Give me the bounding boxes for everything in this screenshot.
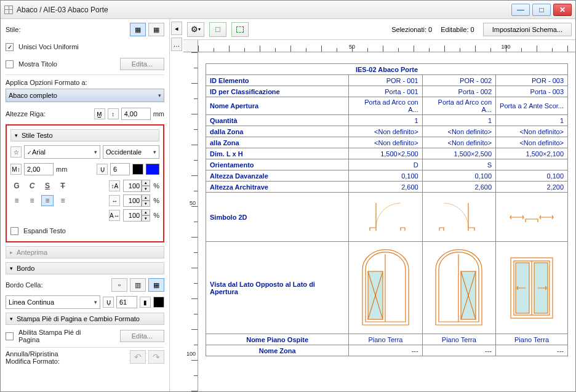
border-color-icon[interactable] [153, 297, 164, 308]
select-crossing-button[interactable] [231, 22, 249, 37]
edita-footer-button[interactable]: Edita... [120, 330, 164, 342]
simbolo-cell-2 [422, 193, 495, 242]
maximize-button[interactable]: □ [532, 4, 551, 16]
altezze-riga-label: Altezze Riga: [6, 110, 46, 118]
undo-button[interactable]: ↶ [130, 350, 146, 364]
window-title: Abaco / AIE-03 Abaco Porte [17, 6, 511, 14]
underline-button[interactable]: S [41, 180, 54, 191]
edita-button[interactable]: Edita... [120, 58, 164, 70]
titlebar: Abaco / AIE-03 Abaco Porte — □ ✕ [1, 1, 575, 19]
simbolo-cell-1 [349, 193, 422, 242]
border-line-select[interactable]: Linea Continua▾ [6, 295, 100, 309]
applica-value: Abaco completo [9, 92, 57, 99]
close-button[interactable]: ✕ [553, 4, 572, 16]
vista-cell-2 [422, 242, 495, 334]
align-right-button[interactable]: ≡ [41, 195, 54, 206]
view-grid-alt-button[interactable]: ▦ [148, 23, 164, 36]
line-spacing-icon: ↕A [109, 180, 120, 191]
width-spacing-icon: ↔ [109, 195, 120, 206]
para-spacing-spinner[interactable]: ▴▾ [123, 194, 150, 207]
pen-icon: Ụ [97, 164, 108, 175]
bold-button[interactable]: G [10, 180, 23, 191]
selezionati-status: Selezionati: 0 [391, 26, 432, 33]
espandi-label: Espandi Testo [23, 227, 66, 234]
mostra-titolo-label: Mostra Titolo [18, 60, 57, 68]
altezze-riga-input[interactable] [121, 108, 151, 120]
mm-label-2: mm [56, 166, 67, 173]
unisci-label: Unisci Voci Uniformi [18, 43, 79, 50]
ruler-origin-button[interactable] [183, 40, 198, 52]
align-justify-button[interactable]: ≡ [57, 195, 69, 206]
char-spacing-icon: A↔ [109, 210, 120, 221]
unisci-checkbox[interactable]: ✓ [6, 43, 14, 51]
script-select[interactable]: Occidentale▾ [103, 145, 159, 159]
canvas-toolbar: ⚙▾ □ Selezionati: 0 Editabile: 0 Imposta… [183, 19, 575, 40]
row-height-icon: M̲ [94, 108, 105, 119]
abilita-stampa-label: Abilita Stampa Pié di Pagina [18, 329, 86, 343]
strike-button[interactable]: T [57, 180, 69, 191]
align-left-button[interactable]: ≡ [10, 195, 23, 206]
vista-cell-3 [496, 242, 568, 334]
mm-label-1: mm [153, 110, 164, 118]
favorite-icon[interactable]: ☆ [10, 146, 22, 158]
line-spacing-spinner[interactable]: ▴▾ [123, 180, 150, 192]
font-select[interactable]: ✓Arial▾ [24, 145, 100, 159]
align-center-button[interactable]: ≡ [26, 195, 38, 206]
border-weight-icon[interactable]: ▮ [140, 297, 151, 308]
vista-cell-1 [349, 242, 422, 334]
more-options-button[interactable]: … [171, 38, 182, 51]
anteprima-header[interactable]: ▸ Anteprima [6, 246, 164, 258]
pen-input[interactable] [110, 163, 130, 175]
simbolo-cell-3 [496, 193, 568, 242]
abilita-stampa-checkbox[interactable] [6, 332, 14, 340]
table-title: IES-02 Abaco Porte [206, 64, 568, 75]
stampa-header[interactable]: ▾ Stampa Piè di Pagina e Cambio Formato [6, 313, 164, 325]
char-spacing-spinner[interactable]: ▴▾ [123, 209, 150, 222]
border-some-button[interactable]: ▥ [130, 278, 146, 292]
row-height-arrows-icon: ↕ [108, 108, 119, 119]
minimize-button[interactable]: — [511, 4, 530, 16]
schema-settings-button[interactable]: Impostazioni Schema... [483, 23, 572, 36]
stile-label: Stile: [6, 26, 20, 33]
ruler-horizontal[interactable]: 50 100 [198, 40, 575, 52]
app-icon [4, 6, 13, 14]
border-pen-input[interactable] [116, 296, 137, 308]
applica-label: Applica Opzioni Formato a: [6, 79, 164, 86]
ruler-vertical[interactable]: 50 100 [183, 52, 198, 391]
stile-testo-header[interactable]: ▾ Stile Testo [10, 129, 159, 142]
collapse-sidebar-button[interactable]: ◂ [171, 22, 182, 35]
border-none-button[interactable]: ▫ [111, 278, 127, 292]
font-size-icon: M↕ [10, 164, 22, 175]
font-size-input[interactable] [24, 163, 54, 175]
redo-button[interactable]: ↷ [148, 350, 164, 364]
canvas-viewport[interactable]: IES-02 Abaco Porte ID ElementoPOR - 001P… [198, 52, 575, 391]
abaco-table: IES-02 Abaco Porte ID ElementoPOR - 001P… [206, 63, 568, 356]
editabile-status: Editabile: 0 [441, 26, 474, 33]
border-pen-icon: Ụ [103, 297, 114, 308]
border-all-button[interactable]: ▦ [148, 278, 164, 292]
view-grid-button[interactable]: ▦ [130, 23, 146, 36]
italic-button[interactable]: C [26, 180, 38, 191]
mostra-titolo-checkbox[interactable] [6, 60, 14, 68]
bordo-header[interactable]: ▾ Bordo [6, 262, 164, 274]
espandi-checkbox[interactable] [10, 227, 18, 235]
stile-testo-header-label: Stile Testo [22, 132, 53, 139]
color-swatch[interactable] [146, 164, 159, 175]
applica-select[interactable]: Abaco completo ▾ [6, 89, 164, 102]
settings-sidebar: Stile: ▦ ▦ ✓ Unisci Voci Uniformi Mostra… [1, 19, 170, 391]
stile-testo-panel: ▾ Stile Testo ☆ ✓Arial▾ Occidentale▾ M↕ … [6, 124, 164, 242]
select-tool-button[interactable]: □ [209, 22, 226, 37]
pen-weight-icon[interactable] [132, 164, 143, 175]
bordo-cella-label: Bordo Cella: [6, 281, 43, 289]
annulla-label: Annulla/Ripristina Modifica Formato: [6, 350, 73, 365]
settings-gear-button[interactable]: ⚙▾ [187, 22, 204, 37]
